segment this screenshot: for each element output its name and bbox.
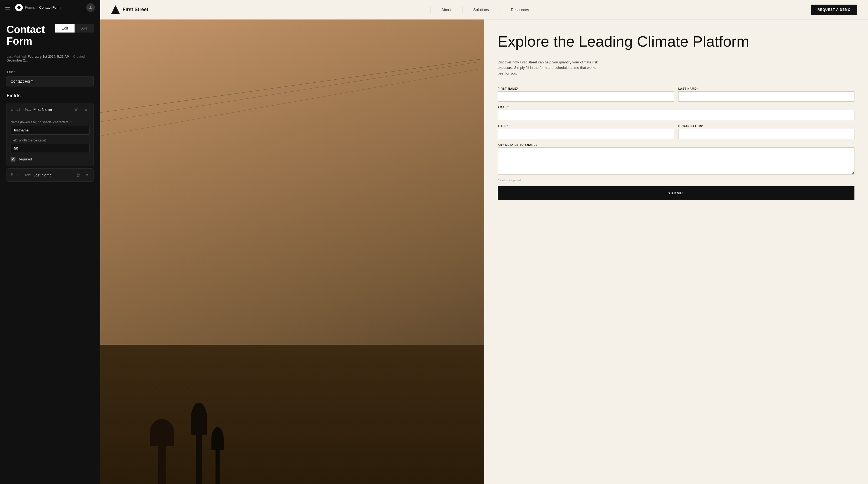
title-group: Title* <box>498 125 674 139</box>
first-name-label: First Name* <box>498 87 674 90</box>
last-modified-value: February 1st 2024, 5:33 AM <box>28 55 69 59</box>
name-sub-label: Name (lowercase, no special characters) … <box>10 120 90 124</box>
meta-info: Last Modified: February 1st 2024, 5:33 A… <box>6 55 94 62</box>
powerline-2 <box>100 62 479 122</box>
hero-image <box>100 20 484 484</box>
nav-link-resources[interactable]: Resources <box>511 8 529 12</box>
field-2-name: Last Name <box>33 173 72 177</box>
submit-button[interactable]: Submit <box>498 186 855 200</box>
svg-point-0 <box>90 6 91 8</box>
field-2-type: Text <box>25 173 31 177</box>
editor-content: Contact Form Edit API Last Modified: Feb… <box>0 15 100 484</box>
title-required-star: * <box>14 70 16 74</box>
title-field-label: Title * <box>6 70 94 74</box>
tree-3 <box>216 446 220 484</box>
breadcrumb-current: Contact Form <box>39 5 60 9</box>
required-fields-note: * Fields Required <box>498 179 855 182</box>
details-group: Any Details to Share? <box>498 143 855 174</box>
required-checkbox-row: ✓ Required <box>10 157 90 162</box>
field-2-actions: 🗑 ▾ <box>74 172 90 178</box>
last-name-group: Last Name* <box>678 87 855 102</box>
fields-section-title: Fields <box>6 93 94 99</box>
preview-org-input[interactable] <box>678 129 855 139</box>
breadcrumb-sep1: / <box>37 5 38 9</box>
nav-sep-1 <box>430 6 431 13</box>
email-label: Email* <box>498 106 855 109</box>
preview-nav-links: About Solutions Resources <box>430 6 529 13</box>
preview-email-input[interactable] <box>498 110 855 120</box>
field-2-expand[interactable]: ▾ <box>84 172 90 178</box>
preview-title-input[interactable] <box>498 129 674 139</box>
tab-api[interactable]: API <box>74 24 94 33</box>
field-1-width-input[interactable] <box>10 144 90 153</box>
field-1-name: First Name <box>33 107 70 111</box>
preview-last-name-input[interactable] <box>678 91 855 102</box>
nav-link-solutions[interactable]: Solutions <box>473 8 489 12</box>
user-avatar[interactable] <box>86 3 95 12</box>
title-label: Title* <box>498 125 674 128</box>
preview-logo-icon <box>111 5 120 14</box>
field-1-num: 01 <box>17 107 22 111</box>
first-name-group: First Name* <box>498 87 674 102</box>
preview-panel: First Street About Solutions Resources R… <box>100 0 868 484</box>
field-1-delete[interactable]: 🗑 <box>72 106 80 112</box>
org-group: Organization* <box>678 125 855 139</box>
top-nav: Forms / Contact Form <box>0 0 100 15</box>
hamburger-button[interactable] <box>5 4 13 11</box>
required-checkbox[interactable]: ✓ <box>10 157 16 162</box>
hero-heading: Explore the Leading Climate Platform <box>498 33 855 50</box>
edit-api-tabs: Edit API <box>55 24 94 33</box>
drag-handle-1[interactable]: ⠿ <box>10 107 14 112</box>
field-1-header[interactable]: ⠿ 01 Text First Name 🗑 ▲ <box>7 103 94 116</box>
breadcrumb: Forms / Contact Form <box>25 5 60 9</box>
created-label: Created: <box>73 55 86 59</box>
powerline-1 <box>100 59 480 113</box>
preview-first-name-input[interactable] <box>498 91 674 102</box>
field-2-header[interactable]: ⠿ 02 Text Last Name 🗑 ▾ <box>7 168 94 181</box>
field-2-num: 02 <box>17 173 22 177</box>
powerline-3 <box>100 69 478 136</box>
field-1-type: Text <box>25 107 31 111</box>
checkmark-icon: ✓ <box>12 157 14 161</box>
name-row: First Name* Last Name* <box>498 87 855 102</box>
preview-hero: Explore the Leading Climate Platform Dis… <box>100 20 868 484</box>
title-input[interactable] <box>6 76 94 87</box>
email-group: Email* <box>498 106 855 120</box>
width-sub-label: Field Width (percentage) <box>10 138 90 142</box>
nav-link-about[interactable]: About <box>441 8 451 12</box>
field-2-delete[interactable]: 🗑 <box>74 172 82 178</box>
tree-2 <box>196 430 202 484</box>
tree-1 <box>158 441 166 484</box>
landscape-overlay <box>100 205 484 484</box>
field-row-1: ⠿ 01 Text First Name 🗑 ▲ Name (lowercase… <box>6 103 94 166</box>
request-demo-button[interactable]: Request a Demo <box>811 5 857 15</box>
preview-form: First Name* Last Name* Email* <box>498 87 855 200</box>
org-label: Organization* <box>678 125 855 128</box>
nav-left: Forms / Contact Form <box>5 4 60 11</box>
required-label: Required <box>18 157 32 161</box>
hero-image-side <box>100 20 484 484</box>
breadcrumb-forms-link[interactable]: Forms <box>25 5 35 9</box>
field-row-2: ⠿ 02 Text Last Name 🗑 ▾ <box>6 168 94 182</box>
drag-handle-2[interactable]: ⠿ <box>10 172 14 178</box>
editor-panel: Forms / Contact Form Contact Form Edit A… <box>0 0 100 484</box>
hero-form-side: Explore the Leading Climate Platform Dis… <box>484 20 868 484</box>
preview-details-textarea[interactable] <box>498 148 855 174</box>
last-name-label: Last Name* <box>678 87 855 90</box>
last-modified-label: Last Modified: <box>6 55 27 59</box>
created-value: December 2... <box>6 59 28 62</box>
field-1-actions: 🗑 ▲ <box>72 106 90 112</box>
page-title: Contact Form <box>6 24 55 47</box>
tab-edit[interactable]: Edit <box>55 24 74 33</box>
field-1-body: Name (lowercase, no special characters) … <box>7 116 94 166</box>
preview-logo-text: First Street <box>123 7 148 12</box>
logo-icon <box>15 4 23 11</box>
details-label: Any Details to Share? <box>498 143 855 146</box>
hero-subtext: Discover how First Street can help you q… <box>498 60 601 76</box>
preview-logo: First Street <box>111 5 148 14</box>
title-org-row: Title* Organization* <box>498 125 855 139</box>
field-1-collapse[interactable]: ▲ <box>82 106 90 112</box>
field-1-name-input[interactable] <box>10 126 90 135</box>
preview-nav: First Street About Solutions Resources R… <box>100 0 868 20</box>
